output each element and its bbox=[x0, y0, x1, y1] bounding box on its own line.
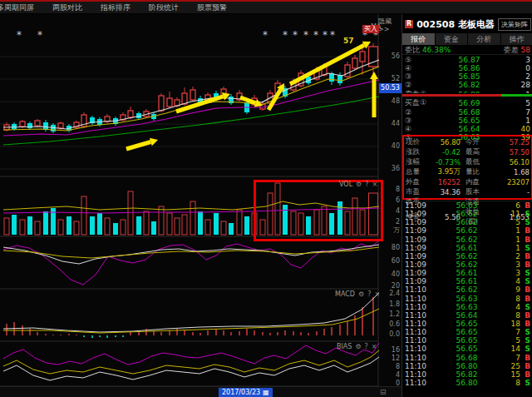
volume-bar-down bbox=[244, 216, 249, 235]
tick-time: 11:10 bbox=[405, 345, 431, 353]
tick-side: S bbox=[520, 379, 530, 387]
candle-down bbox=[337, 75, 342, 83]
gauge-buy-bar bbox=[501, 94, 532, 97]
help-icon[interactable]: ? bbox=[367, 290, 371, 298]
tick-qty: 6 bbox=[502, 201, 520, 210]
tick-time: 11:09 bbox=[405, 269, 431, 277]
close-icon[interactable]: × bbox=[372, 181, 378, 188]
detail-label: 市盈 bbox=[406, 187, 427, 197]
order-book-row[interactable]: ④56.860 bbox=[402, 64, 532, 72]
trend-arrow-head bbox=[370, 72, 378, 79]
volume-bar-up bbox=[175, 218, 180, 235]
tick-price: 56.63 bbox=[431, 303, 502, 311]
candle-up bbox=[35, 121, 40, 126]
star-marker: * bbox=[313, 29, 318, 41]
rsi-axis-label: 40 bbox=[378, 270, 400, 279]
candle-up bbox=[360, 52, 365, 62]
detail-value: 3.95万 bbox=[427, 167, 466, 177]
tab-操作[interactable]: 操作 bbox=[501, 33, 532, 45]
order-book-qty: 0 bbox=[505, 64, 530, 72]
tick-row: 11:0956.625S bbox=[402, 218, 532, 226]
star-marker: * bbox=[293, 29, 298, 41]
macd-axis-label: 1.2 bbox=[378, 310, 400, 319]
quote-details-block: 现价56.80今开57.25涨跌-0.42最高57.50涨幅-0.73%最低56… bbox=[402, 135, 532, 200]
hide-panel-button[interactable]: 隐藏>> bbox=[378, 17, 401, 33]
tick-side: B bbox=[520, 226, 530, 235]
candle-up bbox=[345, 65, 350, 77]
layout-toggle-icon[interactable]: ⊟ bbox=[380, 388, 387, 396]
help-icon[interactable]: ? bbox=[365, 181, 368, 188]
tick-time: 11:10 bbox=[405, 379, 431, 387]
candle-up bbox=[58, 123, 63, 128]
detail-label: 外盘 bbox=[406, 177, 427, 187]
tab-分析[interactable]: 分析 bbox=[468, 33, 500, 45]
menu-item-3[interactable]: 阶段统计 bbox=[149, 2, 179, 13]
tab-资金[interactable]: 资金 bbox=[436, 33, 468, 45]
tick-side: B bbox=[520, 261, 530, 269]
gear-icon[interactable]: ⚙ bbox=[355, 343, 361, 350]
detail-value: 16252 bbox=[427, 178, 466, 186]
order-book-row[interactable]: ④56.6440 bbox=[402, 125, 532, 133]
volume-bar-down bbox=[229, 223, 234, 235]
gear-icon[interactable]: ⚙ bbox=[358, 290, 364, 298]
tick-price: 56.61 bbox=[431, 277, 502, 285]
menu-item-2[interactable]: 指标排序 bbox=[101, 2, 131, 13]
volume-annotation-box bbox=[254, 180, 383, 241]
tick-qty: 8 bbox=[502, 295, 520, 303]
tick-side: S bbox=[520, 218, 530, 226]
bias-pane-title: BIAS bbox=[337, 343, 352, 350]
menu-item-1[interactable]: 两股对比 bbox=[52, 2, 82, 13]
tick-qty: 4 bbox=[502, 303, 520, 311]
tick-side: B bbox=[520, 320, 530, 328]
bias-axis-label: 16 bbox=[378, 346, 400, 355]
trend-arrow-head bbox=[150, 138, 158, 146]
tick-row: 11:0956.621B bbox=[402, 226, 532, 235]
date-selector-tag[interactable]: 2017/03/23 ▦ bbox=[219, 388, 273, 397]
volume-bar-down bbox=[66, 216, 71, 235]
tick-qty: 18 bbox=[502, 320, 520, 328]
tick-qty: 8 bbox=[502, 379, 520, 387]
candlestick-chart-area[interactable]: *********** 隐藏>> MA 57 买入 50.53 VOL ⚙ ? … bbox=[0, 14, 401, 397]
price-axis-label: 52 bbox=[378, 75, 400, 83]
decision-matrix-button[interactable]: 决策矩阵 bbox=[498, 18, 531, 31]
tab-报价[interactable]: 报价 bbox=[402, 33, 435, 45]
tick-time: 11:10 bbox=[405, 303, 431, 311]
tick-price: 56.65 bbox=[431, 328, 502, 336]
order-book-row[interactable]: ⑤56.873 bbox=[402, 56, 532, 64]
volume-bar-down bbox=[113, 223, 118, 235]
calendar-icon[interactable]: ▦ bbox=[263, 388, 269, 397]
menu-item-4[interactable]: 股票预警 bbox=[197, 2, 227, 13]
tick-price: 56.65 bbox=[431, 345, 502, 353]
tick-side: S bbox=[520, 210, 530, 218]
close-icon[interactable]: × bbox=[372, 343, 377, 350]
order-book-row[interactable]: 买盘①56.695 bbox=[402, 97, 532, 108]
detail-value: 34.36 bbox=[427, 188, 466, 196]
current-price-axis-tag: 50.53 bbox=[379, 83, 401, 93]
menu-item-0[interactable]: 多周期同屏 bbox=[0, 2, 34, 13]
order-book-level-label: ④ bbox=[405, 64, 433, 72]
tick-qty: 11 bbox=[502, 210, 520, 218]
volume-bar-down bbox=[151, 221, 156, 235]
order-book-row[interactable]: ③56.852 bbox=[402, 72, 532, 81]
tick-side: S bbox=[520, 328, 530, 336]
volume-bar-down bbox=[12, 215, 17, 235]
order-book-level-label: ② bbox=[405, 81, 433, 89]
order-book-row[interactable]: ②56.8228 bbox=[402, 81, 532, 89]
order-book-row[interactable]: ③56.651 bbox=[402, 117, 532, 125]
macd-axis-label: 2.4 bbox=[378, 290, 400, 298]
tick-price: 56.68 bbox=[431, 354, 502, 362]
detail-value: 23207 bbox=[492, 178, 530, 186]
candle-up bbox=[352, 58, 357, 68]
tick-time: 11:10 bbox=[405, 285, 431, 294]
volume-axis-label: 6 bbox=[378, 196, 400, 205]
date-label: 2017/03/23 bbox=[222, 388, 260, 397]
rsi-line bbox=[3, 245, 379, 264]
help-icon[interactable]: ? bbox=[365, 343, 368, 350]
detail-value: 1.68 bbox=[492, 168, 530, 176]
tick-price: 56.62 bbox=[431, 226, 502, 235]
order-book-row[interactable]: ②56.687 bbox=[402, 108, 532, 117]
gear-icon[interactable]: ⚙ bbox=[356, 181, 362, 188]
tick-time: 11:10 bbox=[405, 320, 431, 328]
tick-side: B bbox=[520, 252, 530, 261]
price-axis-label: 56 bbox=[378, 52, 400, 61]
